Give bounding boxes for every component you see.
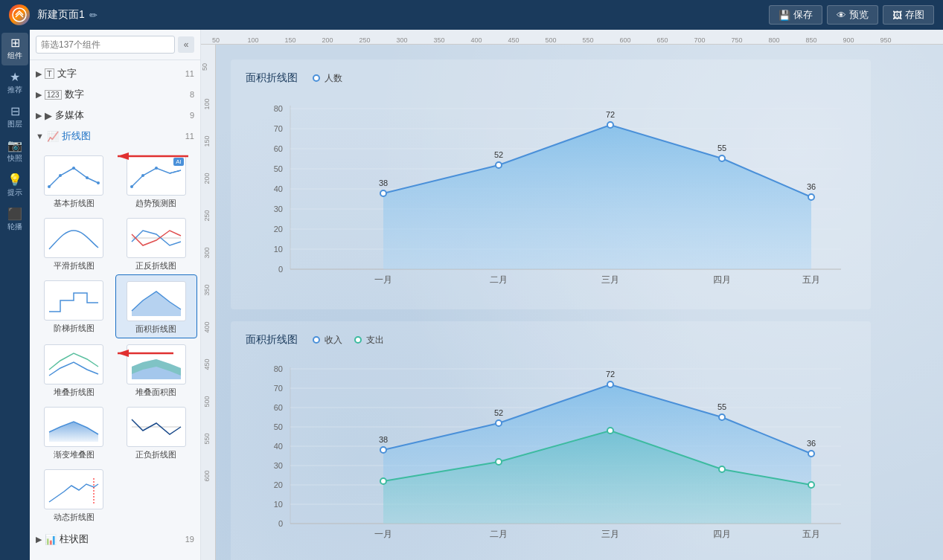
chart-item-gradient[interactable]: 渐变堆叠图 — [33, 401, 115, 463]
ruler-mark: 200 — [203, 173, 211, 184]
svg-text:36: 36 — [807, 439, 816, 448]
chart-thumb-posneg — [127, 218, 186, 258]
svg-point-7 — [141, 174, 144, 177]
arrow-icon: ▶ — [36, 69, 42, 79]
chart-item-stacked[interactable]: 堆叠折线图 — [33, 338, 115, 401]
svg-point-42 — [496, 162, 502, 168]
ruler-mark: 250 — [359, 36, 370, 44]
svg-text:38: 38 — [379, 178, 388, 187]
arrow-down-icon: ▼ — [36, 132, 44, 141]
svg-text:70: 70 — [274, 124, 283, 133]
svg-text:四月: 四月 — [713, 274, 731, 285]
sidebar-item-layers[interactable]: ⊟ 图层 — [1, 101, 28, 134]
svg-text:二月: 二月 — [490, 529, 508, 539]
ruler-mark: 600 — [203, 470, 211, 481]
topbar-actions: 💾 保存 👁 预览 🖼 存图 — [769, 5, 934, 25]
chart-legend-1: 人数 — [313, 72, 342, 85]
svg-text:60: 60 — [274, 403, 283, 412]
edit-icon[interactable]: ✏ — [89, 10, 98, 21]
chart-item-area[interactable]: 面积折线图 — [115, 274, 198, 338]
svg-text:二月: 二月 — [490, 274, 508, 285]
svg-text:30: 30 — [274, 205, 283, 213]
svg-text:0: 0 — [278, 265, 283, 274]
svg-point-86 — [808, 482, 814, 488]
sidebar-item-snapshot[interactable]: 📷 快照 — [1, 135, 28, 168]
svg-point-5 — [97, 181, 100, 184]
svg-text:五月: 五月 — [802, 274, 820, 285]
sidebar-item-tips[interactable]: 💡 提示 — [1, 170, 28, 202]
ruler-left: 50 100 150 200 250 300 350 400 450 500 5… — [201, 45, 216, 560]
chart-panel-1[interactable]: 面积折线图 人数 0 — [231, 59, 871, 309]
chart-thumb-posneg2 — [127, 407, 186, 447]
chart-item-posneg2[interactable]: 正负折线图 — [115, 401, 198, 463]
sidebar-content: ▶ T 文字 11 ▶ 123 数字 8 ▶ ▶ 多媒体 9 ▼ — [30, 60, 200, 560]
chart-item-dynamic[interactable]: 动态折线图 — [33, 463, 115, 526]
ruler-mark: 450 — [508, 36, 519, 44]
svg-text:20: 20 — [274, 225, 283, 234]
chart-item-smooth[interactable]: 平滑折线图 — [33, 212, 115, 274]
category-text[interactable]: ▶ T 文字 11 — [30, 63, 200, 84]
category-number[interactable]: ▶ 123 数字 8 — [30, 84, 200, 105]
chart-item-step[interactable]: 阶梯折线图 — [33, 274, 115, 338]
chart-svg-1: 0 10 20 30 40 50 — [246, 91, 856, 302]
save-icon: 💾 — [779, 10, 790, 21]
category-barchart[interactable]: ▶ 📊 柱状图 19 — [30, 529, 200, 550]
svg-text:10: 10 — [274, 500, 283, 509]
svg-point-85 — [719, 466, 725, 472]
preview-button[interactable]: 👁 预览 — [827, 5, 878, 25]
svg-text:50: 50 — [274, 164, 283, 173]
ruler-mark: 550 — [203, 433, 211, 444]
ruler-mark: 150 — [284, 36, 295, 44]
chart-thumb-gradient — [44, 407, 103, 447]
ruler-mark: 100 — [203, 98, 211, 109]
svg-point-45 — [808, 194, 814, 200]
sidebar-item-recommend[interactable]: ★ 推荐 — [1, 67, 28, 100]
svg-text:38: 38 — [379, 435, 388, 444]
chart-thumb-trend: AI — [127, 155, 186, 196]
svg-text:52: 52 — [494, 408, 503, 417]
ruler-mark: 300 — [396, 36, 407, 44]
svg-text:四月: 四月 — [713, 529, 731, 539]
ruler-mark: 700 — [694, 36, 705, 44]
ruler-mark: 850 — [805, 36, 816, 44]
svg-point-2 — [59, 174, 62, 177]
svg-text:36: 36 — [807, 182, 816, 191]
ruler-mark: 250 — [203, 210, 211, 221]
sidebar-item-carousel[interactable]: ⬛ 轮播 — [1, 204, 28, 236]
svg-marker-40 — [383, 125, 811, 269]
chart-item-stacked-area[interactable]: 堆叠面积图 — [115, 338, 198, 401]
ruler-mark: 450 — [203, 358, 211, 370]
sidebar: « ▶ T 文字 11 ▶ 123 数字 8 ▶ ▶ 多媒体 9 — [30, 30, 201, 560]
chart-item-posneg[interactable]: 正反折线图 — [115, 212, 198, 274]
chart-item-trend[interactable]: AI 趋势预测图 — [115, 149, 198, 212]
topbar: 新建页面1 ✏ 💾 保存 👁 预览 🖼 存图 — [0, 0, 943, 30]
category-media[interactable]: ▶ ▶ 多媒体 9 — [30, 105, 200, 126]
save-image-button[interactable]: 🖼 存图 — [883, 5, 934, 25]
chart-panel-2[interactable]: 面积折线图 收入 支出 — [231, 321, 871, 560]
svg-point-83 — [496, 459, 502, 465]
search-input[interactable] — [36, 36, 175, 54]
svg-text:三月: 三月 — [601, 529, 619, 539]
save-button[interactable]: 💾 保存 — [769, 5, 822, 25]
arrow-icon: ▶ — [36, 535, 42, 544]
ruler-mark: 800 — [768, 36, 779, 44]
app-logo — [9, 4, 30, 25]
svg-text:55: 55 — [717, 402, 726, 411]
sidebar-item-components[interactable]: ⊞ 组件 — [1, 33, 28, 65]
legend-dot-expense — [354, 336, 362, 344]
arrow-icon: ▶ — [36, 90, 42, 100]
ruler-mark: 200 — [322, 36, 333, 44]
svg-text:10: 10 — [274, 245, 283, 254]
category-linechart[interactable]: ▼ 📈 折线图 11 — [30, 126, 200, 147]
svg-point-8 — [155, 167, 158, 170]
chart-item-basic[interactable]: 基本折线图 — [33, 149, 115, 212]
canvas-content[interactable]: 面积折线图 人数 0 — [216, 45, 943, 560]
ruler-mark: 50 — [201, 63, 208, 71]
legend-dot-blue — [313, 74, 320, 82]
collapse-button[interactable]: « — [178, 36, 194, 53]
svg-text:52: 52 — [494, 150, 503, 159]
svg-point-6 — [130, 185, 133, 188]
ruler-top: 50 100 150 200 250 300 350 400 450 500 5… — [201, 30, 943, 45]
svg-text:80: 80 — [274, 104, 283, 113]
svg-point-78 — [496, 420, 502, 426]
